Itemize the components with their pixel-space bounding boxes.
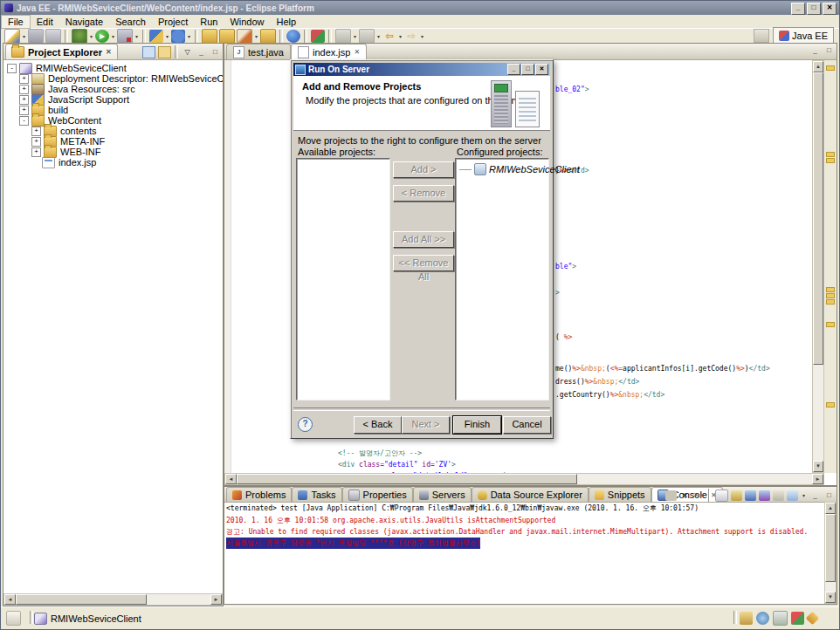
tree-row[interactable]: + Java Resources: src	[19, 84, 135, 94]
dialog-close-icon[interactable]: ✕	[535, 64, 548, 75]
editor-tab-close-icon[interactable]: ✕	[354, 48, 360, 56]
new-web-service-icon[interactable]	[149, 30, 163, 43]
tip-icon[interactable]	[740, 612, 753, 625]
window-maximize-button[interactable]: □	[807, 3, 821, 15]
open-resource-icon[interactable]	[219, 29, 235, 44]
scroll-left-icon[interactable]: ◄	[4, 594, 16, 605]
web-service-dropdown-icon[interactable]: ▾	[164, 33, 170, 39]
tab-label[interactable]: Tasks	[311, 490, 335, 500]
perspective-java-ee-button[interactable]: Java EE	[773, 27, 834, 44]
scroll-up-icon[interactable]: ▲	[825, 503, 836, 514]
external-tools-dropdown-icon[interactable]: ▾	[134, 33, 140, 39]
next-annotation-icon[interactable]	[359, 29, 375, 44]
remove-all-terminated-icon[interactable]: ✕✕	[693, 490, 705, 501]
tab-label[interactable]: Snippets	[608, 490, 645, 500]
terminate-icon[interactable]	[665, 490, 677, 501]
forward-dropdown-icon[interactable]: ▾	[419, 33, 425, 39]
editor-tab-test-java[interactable]: J test.java	[226, 44, 291, 59]
new-dropdown-icon[interactable]: ▾	[21, 33, 27, 39]
console-output[interactable]: 2010. 1. 16 오후 10:01:58 org.apache.axis.…	[224, 514, 823, 604]
tab-properties[interactable]: Properties	[342, 487, 413, 502]
show-console-when-stderr-icon[interactable]	[759, 490, 770, 501]
occurrence-marker[interactable]	[826, 65, 835, 71]
save-icon[interactable]	[28, 29, 44, 44]
menu-file[interactable]: File	[1, 15, 31, 29]
add-all-button[interactable]: Add All >>	[393, 231, 454, 248]
link-with-editor-icon[interactable]	[158, 46, 171, 58]
occurrence-marker[interactable]	[826, 158, 835, 163]
external-tools-icon[interactable]	[117, 29, 133, 44]
last-edit-location-icon[interactable]	[335, 29, 351, 44]
window-minimize-button[interactable]: _	[791, 3, 805, 15]
editor-tab-label[interactable]: test.java	[248, 47, 284, 58]
console-vscrollbar[interactable]: ▲ ▼	[824, 502, 837, 604]
clear-console-icon[interactable]	[715, 490, 728, 502]
view-maximize-icon[interactable]: □	[210, 47, 221, 58]
menu-run[interactable]: Run	[194, 16, 224, 28]
scroll-thumb[interactable]	[16, 594, 147, 605]
tab-label[interactable]: Data Source Explorer	[491, 490, 582, 500]
menu-search[interactable]: Search	[109, 16, 152, 28]
back-icon[interactable]: ⇦	[382, 30, 396, 43]
window-titlebar[interactable]: Java EE - RMIWebSeviceClient/WebContent/…	[1, 1, 839, 15]
menu-navigate[interactable]: Navigate	[59, 16, 109, 28]
back-dropdown-icon[interactable]: ▾	[397, 33, 403, 39]
palette-icon[interactable]	[791, 612, 804, 625]
run-dropdown-icon[interactable]: ▾	[110, 33, 116, 39]
collapse-expander-icon[interactable]: -	[7, 64, 17, 73]
expand-expander-icon[interactable]: +	[19, 106, 29, 115]
next-button[interactable]: Next >	[402, 416, 450, 434]
forward-icon[interactable]: ⇨	[404, 30, 418, 43]
configured-project-label[interactable]: RMIWebSeviceClient	[489, 164, 580, 175]
monitor-icon[interactable]	[773, 611, 788, 626]
editor-hscrollbar[interactable]: ◄ ►	[224, 473, 824, 485]
tree-row[interactable]: index.jsp	[31, 157, 96, 168]
collapse-expander-icon[interactable]: -	[19, 116, 29, 126]
tree-item-label[interactable]: RMIWebSeviceClient	[36, 63, 127, 73]
console-line-selected[interactable]: 서울특별시 종로구 당주동 *번지 로얄빌딩 ****호 (강명구 특허법률사무…	[226, 538, 480, 549]
debug-dropdown-icon[interactable]: ▾	[88, 33, 94, 39]
web-globe-icon[interactable]	[286, 30, 300, 43]
paintbrush-icon[interactable]	[237, 29, 252, 44]
view-menu-icon[interactable]: ▽	[182, 47, 193, 58]
tab-label[interactable]: Servers	[432, 490, 465, 500]
help-icon[interactable]: ?	[298, 417, 313, 432]
add-button[interactable]: Add >	[393, 161, 454, 178]
tree-row[interactable]: + WEB-INF	[31, 147, 100, 157]
last-edit-dropdown-icon[interactable]: ▾	[352, 33, 358, 39]
editor-vscrollbar[interactable]: ▲ ▼	[812, 60, 824, 473]
open-artifact-icon[interactable]	[260, 29, 276, 44]
tree-item-label[interactable]: META-INF	[60, 136, 105, 147]
lightbulb-icon[interactable]	[756, 612, 769, 625]
scroll-thumb[interactable]	[813, 72, 823, 365]
tab-data-source-explorer[interactable]: Data Source Explorer	[472, 487, 589, 502]
occurrence-marker[interactable]	[826, 293, 835, 298]
scroll-right-icon[interactable]: ►	[812, 474, 823, 484]
editor-tab-index-jsp[interactable]: index.jsp ✕	[291, 44, 367, 59]
scroll-thumb[interactable]	[237, 474, 577, 484]
project-explorer-close-icon[interactable]: ✕	[106, 48, 112, 56]
tree-item-label[interactable]: WEB-INF	[60, 147, 100, 157]
menu-window[interactable]: Window	[224, 16, 270, 28]
menu-project[interactable]: Project	[152, 16, 194, 28]
tree-item-label[interactable]: JavaScript Support	[48, 94, 129, 105]
synchronize-icon[interactable]	[311, 30, 325, 43]
pin-console-icon[interactable]	[773, 490, 784, 501]
tree-row[interactable]: + Deployment Descriptor: RMIWebSeviceCli…	[19, 73, 223, 84]
tab-label[interactable]: Properties	[363, 490, 407, 500]
open-perspective-icon[interactable]	[754, 29, 769, 43]
tree-row[interactable]: - WebContent	[19, 115, 101, 126]
display-selected-console-icon[interactable]	[787, 490, 798, 501]
occurrence-marker[interactable]	[826, 402, 835, 407]
configured-project-item[interactable]: RMIWebSeviceClient	[459, 163, 580, 175]
occurrence-marker[interactable]	[826, 322, 835, 327]
next-annotation-dropdown-icon[interactable]: ▾	[375, 33, 382, 39]
remove-launch-icon[interactable]: ✕	[679, 490, 691, 501]
available-projects-list[interactable]	[296, 158, 390, 401]
scroll-up-icon[interactable]: ▲	[813, 61, 823, 72]
new-wizard-icon[interactable]	[4, 29, 20, 44]
tree-item-label[interactable]: Java Resources: src	[48, 84, 135, 94]
editor-maximize-icon[interactable]: □	[823, 45, 835, 56]
finish-button[interactable]: Finish	[453, 416, 501, 434]
web-browser-dropdown-icon[interactable]: ▾	[186, 33, 192, 39]
